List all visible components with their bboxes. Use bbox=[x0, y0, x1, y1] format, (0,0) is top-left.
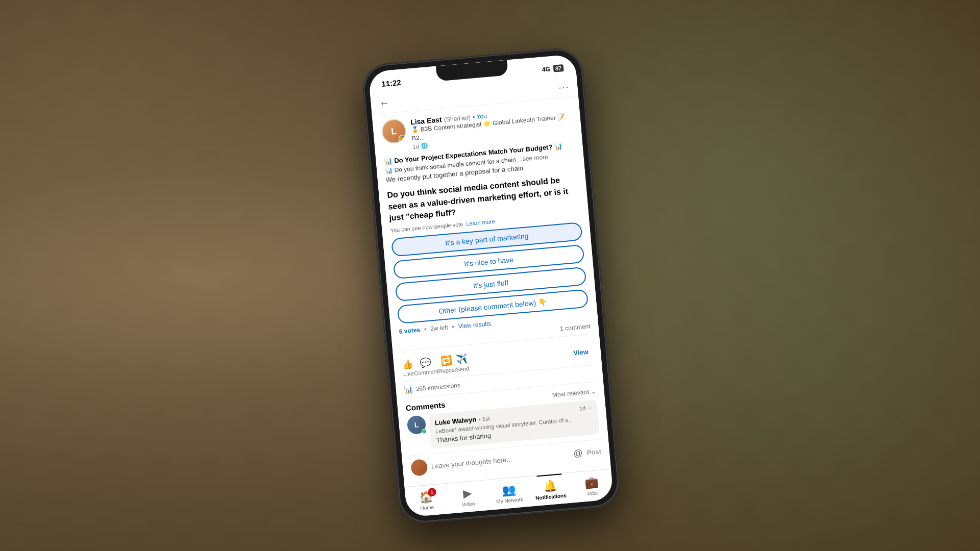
video-icon: ▶ bbox=[462, 487, 472, 500]
content-area: ← ··· L 🏅 Lisa East (She bbox=[370, 77, 611, 487]
more-options-button[interactable]: ··· bbox=[558, 82, 570, 93]
phone-device: 11:22 4G 87 ← ··· bbox=[361, 47, 620, 524]
view-link[interactable]: View bbox=[573, 347, 593, 357]
sort-button[interactable]: Most relevant ⌄ bbox=[552, 388, 596, 398]
impressions-text: 265 impressions bbox=[415, 381, 460, 392]
sort-label: Most relevant bbox=[552, 388, 589, 398]
repost-button[interactable]: 🔁 Repost bbox=[437, 354, 456, 374]
back-button[interactable]: ← bbox=[379, 97, 390, 110]
comment-time-row: 1d ··· bbox=[579, 404, 592, 411]
battery-indicator: 87 bbox=[553, 64, 564, 72]
visibility-icon: 🌐 bbox=[421, 142, 428, 149]
status-icons: 4G 87 bbox=[542, 64, 564, 73]
tab-home-label: Home bbox=[420, 504, 434, 511]
tab-jobs-label: Jobs bbox=[586, 490, 598, 496]
impressions-icon: 📊 bbox=[404, 385, 413, 394]
post-reply-button[interactable]: Post bbox=[586, 447, 601, 456]
comment-button[interactable]: 💬 Comment bbox=[412, 356, 438, 376]
like-icon: 👍 bbox=[402, 358, 414, 370]
post-time: 1d bbox=[412, 143, 419, 150]
commenter-avatar[interactable]: L bbox=[406, 415, 426, 435]
status-time: 11:22 bbox=[381, 78, 402, 88]
repost-label: Repost bbox=[438, 366, 456, 374]
phone-screen: 11:22 4G 87 ← ··· bbox=[368, 54, 614, 517]
post-area: L 🏅 Lisa East (She/Her) • You 🏅 B2B Cont… bbox=[372, 97, 611, 487]
avatar-badge: 🏅 bbox=[398, 134, 407, 143]
tab-notifications[interactable]: 🔔 Notifications bbox=[528, 473, 572, 507]
tab-video-label: Video bbox=[462, 500, 475, 507]
notifications-icon: 🔔 bbox=[543, 479, 557, 493]
tab-video[interactable]: ▶ Video bbox=[446, 480, 489, 514]
author-connection: • You bbox=[473, 112, 487, 120]
network-icon: 👥 bbox=[501, 483, 516, 497]
view-results-link[interactable]: View results bbox=[458, 320, 491, 330]
phone-wrapper: 11:22 4G 87 ← ··· bbox=[361, 47, 620, 524]
online-badge bbox=[422, 429, 427, 434]
comments-title: Comments bbox=[405, 400, 446, 412]
poll-time-left: 2w left bbox=[430, 323, 449, 332]
tab-home[interactable]: 🏠 Home 1 bbox=[405, 484, 449, 517]
author-avatar[interactable]: L 🏅 bbox=[381, 118, 407, 144]
tab-network-label: My Network bbox=[496, 496, 524, 505]
like-button[interactable]: 👍 Like bbox=[402, 358, 414, 377]
comment-time: 1d bbox=[579, 405, 585, 411]
signal-icon: 4G bbox=[542, 65, 550, 73]
poll-votes: 6 votes bbox=[399, 326, 420, 335]
like-label: Like bbox=[403, 370, 414, 377]
send-icon: ✈️ bbox=[456, 353, 468, 365]
tab-notifications-label: Notifications bbox=[535, 493, 567, 501]
chevron-down-icon: ⌄ bbox=[591, 388, 596, 395]
reply-avatar bbox=[410, 459, 428, 477]
comment-more-icon[interactable]: ··· bbox=[587, 404, 593, 411]
tab-jobs[interactable]: 💼 Jobs bbox=[570, 469, 614, 503]
comment-icon: 💬 bbox=[419, 356, 431, 368]
repost-icon: 🔁 bbox=[440, 355, 452, 367]
commenter-connection: • 1st bbox=[478, 415, 490, 422]
jobs-icon: 💼 bbox=[584, 475, 599, 490]
learn-more-link[interactable]: Learn more bbox=[466, 218, 495, 227]
comment-label: Comment bbox=[414, 368, 439, 376]
tab-my-network[interactable]: 👥 My Network bbox=[487, 477, 531, 510]
reply-input[interactable] bbox=[431, 450, 570, 470]
send-label: Send bbox=[456, 365, 470, 372]
mention-button[interactable]: @ bbox=[573, 448, 583, 460]
send-button[interactable]: ✈️ Send bbox=[455, 353, 470, 372]
